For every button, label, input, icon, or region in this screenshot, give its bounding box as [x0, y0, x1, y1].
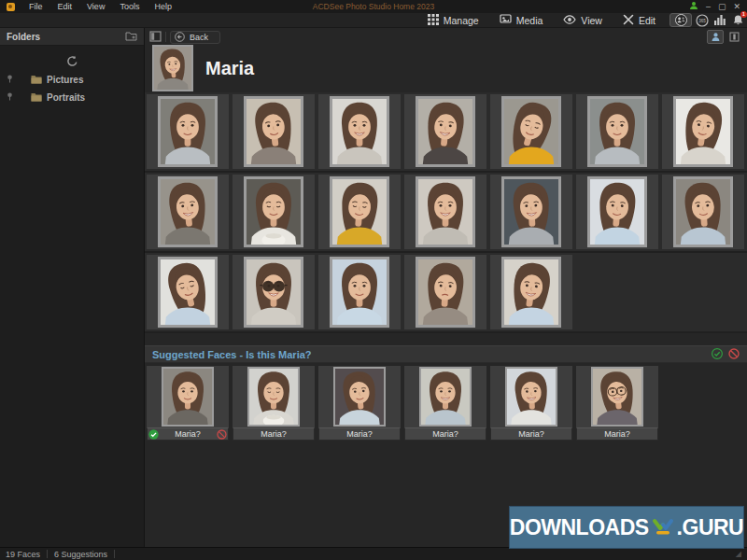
acdsee-365-icon[interactable]: 365 — [695, 13, 710, 27]
suggested-face-tile[interactable]: Maria? — [404, 366, 486, 441]
confirm-check-circle-icon[interactable] — [148, 429, 159, 441]
suggested-face-photo — [490, 366, 572, 427]
menu-items: FileEditViewToolsHelp — [21, 2, 179, 11]
face-tile[interactable] — [662, 175, 744, 249]
face-tile[interactable] — [318, 175, 401, 249]
faces-count: 19 Faces — [6, 550, 40, 559]
notification-bell-icon[interactable]: 1 — [730, 13, 745, 27]
view-eye-icon — [563, 15, 576, 26]
folder-item-portraits[interactable]: Portraits — [0, 89, 144, 106]
watermark-text-left: DOWNLOADS — [510, 515, 649, 540]
face-tile[interactable] — [147, 94, 229, 169]
mode-label: Media — [516, 15, 543, 26]
face-photo — [501, 176, 561, 247]
suggestion-label: Maria? — [490, 427, 572, 441]
face-photo — [330, 176, 389, 247]
suggested-face-tile[interactable]: Maria? — [318, 366, 401, 441]
suggested-faces-header: Suggested Faces - Is this Maria? — [145, 345, 747, 363]
suggested-face-photo — [147, 366, 229, 427]
accept-all-check-circle-icon[interactable] — [712, 348, 723, 361]
face-tile[interactable] — [490, 94, 572, 169]
reject-no-symbol-icon[interactable] — [217, 429, 227, 441]
face-tile[interactable] — [404, 255, 486, 329]
folder-icon — [31, 92, 42, 104]
media-mode-button[interactable]: Media — [489, 13, 554, 28]
face-tile[interactable] — [576, 175, 658, 249]
menu-file[interactable]: File — [21, 2, 50, 11]
close-button[interactable]: ✕ — [733, 3, 740, 11]
new-folder-icon[interactable] — [125, 31, 137, 43]
suggested-face-photo — [404, 366, 486, 427]
dashboard-chart-icon[interactable] — [712, 13, 727, 27]
suggestion-name-text: Maria? — [175, 429, 201, 439]
people-faces-icon[interactable] — [669, 13, 692, 27]
edit-mode-button[interactable]: Edit — [613, 13, 666, 28]
resize-grip-icon[interactable]: ◢ — [736, 551, 741, 558]
folder-item-pictures[interactable]: Pictures — [0, 71, 144, 89]
suggested-faces-title: Suggested Faces - Is this Maria? — [152, 349, 312, 360]
face-tile[interactable] — [404, 175, 486, 249]
face-tile[interactable] — [147, 255, 229, 329]
reject-all-no-symbol-icon[interactable] — [728, 348, 740, 361]
suggested-face-tile[interactable]: Maria? — [147, 366, 229, 441]
face-photo — [587, 96, 647, 167]
pin-icon — [7, 75, 13, 85]
downloads-guru-watermark: DOWNLOADS .GURU — [509, 506, 744, 549]
face-photo — [158, 257, 218, 328]
face-photo — [158, 96, 218, 167]
face-tile[interactable] — [318, 255, 401, 329]
face-photo — [673, 176, 733, 247]
sync-spinner-icon — [66, 54, 78, 66]
suggestion-label: Maria? — [576, 427, 658, 441]
browser-toolbar: Back — [145, 28, 747, 46]
person-view-icon[interactable] — [707, 30, 724, 44]
face-photo — [416, 176, 475, 247]
faces-grid-row-1 — [145, 92, 747, 173]
pane-toggle-icon[interactable] — [149, 29, 162, 46]
back-button[interactable]: Back — [170, 31, 220, 44]
suggestion-name-text: Maria? — [604, 429, 630, 439]
download-arrow-icon — [652, 513, 674, 541]
confirmed-faces-grid — [145, 92, 747, 333]
suggestion-name-text: Maria? — [346, 429, 373, 439]
person-name: Maria — [205, 58, 254, 79]
name-view-icon[interactable] — [726, 30, 742, 44]
menu-edit[interactable]: Edit — [50, 2, 80, 11]
face-tile[interactable] — [233, 175, 315, 249]
suggested-face-tile[interactable]: Maria? — [576, 366, 658, 441]
back-arrow-icon — [175, 32, 185, 42]
suggested-face-photo — [318, 366, 401, 427]
mode-toolbar: ManageMediaViewEdit 365 1 — [0, 13, 747, 28]
menu-bar: FileEditViewToolsHelp ACDSee Photo Studi… — [0, 0, 747, 13]
minimize-button[interactable]: – — [706, 3, 711, 11]
suggested-face-tile[interactable]: Maria? — [233, 366, 315, 441]
face-tile[interactable] — [318, 94, 401, 169]
menu-view[interactable]: View — [79, 2, 112, 11]
manage-mode-button[interactable]: Manage — [417, 13, 489, 28]
face-tile[interactable] — [662, 94, 744, 169]
maximize-button[interactable]: ▢ — [718, 3, 726, 11]
face-photo — [158, 176, 218, 247]
face-tile[interactable] — [490, 255, 572, 329]
face-tile[interactable] — [147, 175, 229, 249]
watermark-text-right: .GURU — [677, 515, 744, 540]
face-tile[interactable] — [233, 94, 315, 169]
person-header: Maria — [145, 46, 747, 91]
suggested-face-tile[interactable]: Maria? — [490, 366, 572, 441]
face-tile[interactable] — [576, 94, 658, 169]
svg-text:365: 365 — [698, 19, 706, 23]
faces-grid-row-3 — [145, 253, 747, 333]
face-photo — [416, 96, 475, 167]
face-photo — [673, 96, 733, 167]
menu-tools[interactable]: Tools — [112, 2, 147, 11]
face-tile[interactable] — [490, 175, 572, 249]
folders-panel-title: Folders — [7, 32, 40, 42]
view-mode-button[interactable]: View — [553, 13, 613, 28]
face-photo — [501, 96, 561, 167]
faces-grid-row-2 — [145, 173, 747, 253]
face-tile[interactable] — [404, 94, 486, 169]
person-avatar[interactable] — [152, 45, 193, 91]
user-account-icon[interactable] — [689, 1, 698, 12]
menu-help[interactable]: Help — [147, 2, 179, 11]
face-tile[interactable] — [233, 255, 315, 329]
